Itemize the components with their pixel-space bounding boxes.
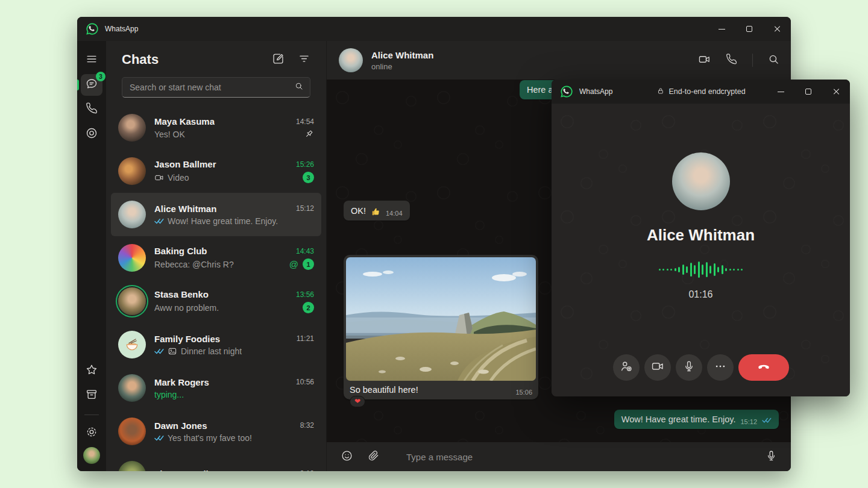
chat-name: Ziggy Woodley [154,469,218,472]
maximize-icon [805,89,811,95]
video-camera-icon [651,360,664,375]
minimize-button[interactable] [708,17,735,41]
read-receipt-icon [154,346,164,356]
chat-list-item[interactable]: Dawn Jones8:32Yes that's my fave too! [111,410,321,453]
rail-item-starred[interactable] [81,360,102,382]
ellipsis-icon [714,360,727,375]
chat-preview: Video [154,173,189,183]
rail-item-archived[interactable] [81,385,102,407]
encryption-label: End-to-end endcrypted [656,87,745,97]
close-button[interactable] [822,80,850,104]
chat-preview: typing... [154,390,184,399]
app-title: WhatsApp [105,25,138,33]
avatar [118,418,146,445]
chat-preview: Dinner last night [154,346,242,356]
attach-button[interactable] [363,446,383,467]
rail-item-status[interactable] [81,124,102,145]
rail-item-chats[interactable]: 3 [81,74,102,96]
video-toggle-button[interactable] [644,354,671,381]
conversation-header[interactable]: Alice Whitman online [327,41,791,80]
photo-caption: So beautiful here! [350,385,418,395]
chat-name: Baking Club [154,246,207,256]
menu-button[interactable] [81,49,102,71]
filter-icon[interactable] [298,52,310,67]
call-contact-avatar [672,152,730,210]
contact-presence: online [371,62,433,71]
search-in-chat-icon[interactable] [767,53,780,68]
end-call-button[interactable] [738,354,789,381]
avatar [118,114,146,142]
message-incoming[interactable]: OK! 14:04 [344,201,410,221]
shared-photo[interactable] [346,257,536,381]
unread-badge: 3 [303,172,314,183]
call-window-controls [767,80,850,104]
chat-list-item[interactable]: Baking Club14:43Rebecca: @Chris R?@1 [111,236,321,280]
voice-call-icon[interactable] [725,53,738,68]
chat-list-item[interactable]: Alice Whitman15:12Wow! Have great time. … [111,193,321,236]
chat-time: 9:12 [295,469,314,471]
chat-time: 14:43 [291,247,314,255]
whatsapp-logo-icon [86,22,99,36]
maximize-button[interactable] [794,80,822,104]
chat-list-item[interactable]: Mark Rogers10:56typing... [111,366,321,410]
search-input[interactable] [130,83,294,92]
thumbs-up-emoji [371,207,381,217]
contact-name: Alice Whitman [371,50,433,60]
gear-icon [85,425,98,441]
chat-name: Mark Rogers [154,377,209,387]
voice-record-button[interactable] [761,446,781,467]
message-photo[interactable]: So beautiful here! 15:06 ❤ [344,255,538,399]
video-call-icon[interactable] [698,53,711,68]
chat-list-item[interactable]: Family Foodies11:21Dinner last night [111,323,321,366]
status-icon [85,127,98,142]
new-chat-icon[interactable] [272,52,285,67]
chat-meta [299,129,314,139]
avatar [118,461,146,471]
search-icon [294,81,304,93]
chat-name: Family Foodies [154,334,220,344]
chats-unread-badge: 3 [96,72,105,81]
close-button[interactable] [763,17,791,41]
message-input[interactable] [406,452,755,462]
chat-name: Alice Whitman [154,204,216,214]
message-outgoing[interactable]: Wow! Have great time. Enjoy. 15:12 [614,410,779,429]
composer-bar [327,442,791,471]
rail-item-settings[interactable] [81,422,102,444]
avatar [118,374,146,402]
heart-reaction[interactable]: ❤ [350,396,365,407]
navigation-rail: 3 [77,41,106,471]
chats-panel: Chats Maya Kasuma14:54Yes! OKJason Ballm… [106,41,327,471]
chat-list-item[interactable]: Jason Ballmer15:26Video3 [111,149,321,193]
minimize-button[interactable] [767,80,794,104]
chat-time: 13:56 [291,290,314,299]
chat-name: Maya Kasuma [154,116,215,127]
end-call-icon [757,360,770,375]
chat-time: 14:54 [291,117,314,126]
call-duration: 01:16 [688,289,712,300]
mute-button[interactable] [676,354,702,381]
rail-item-calls[interactable] [81,99,102,120]
profile-avatar[interactable] [83,447,100,464]
read-receipt-icon [154,433,164,443]
phone-icon [85,102,98,117]
panel-title: Chats [122,52,159,67]
chat-list-item[interactable]: Ziggy Woodley9:12 [111,453,321,471]
paperclip-icon [367,449,380,465]
call-contact-name: Alice Whitman [647,226,755,245]
archive-icon [85,388,98,404]
maximize-button[interactable] [735,17,763,41]
emoji-button[interactable] [336,446,357,467]
chat-meta: 3 [298,172,314,183]
contact-avatar[interactable] [339,48,363,72]
more-options-button[interactable] [707,354,734,381]
main-titlebar: WhatsApp [77,17,791,41]
maximize-icon [746,26,752,32]
chat-list-item[interactable]: Stasa Benko13:56Aww no problem.2 [111,280,321,323]
call-titlebar: WhatsApp End-to-end endcrypted [552,80,850,104]
call-controls [552,354,850,381]
photo-icon [168,346,177,356]
app-title: WhatsApp [579,87,612,96]
add-participant-button[interactable] [613,354,640,381]
whatsapp-call-window: WhatsApp End-to-end endcrypted Alice Whi… [552,80,850,396]
chat-list-item[interactable]: Maya Kasuma14:54Yes! OK [111,106,321,149]
